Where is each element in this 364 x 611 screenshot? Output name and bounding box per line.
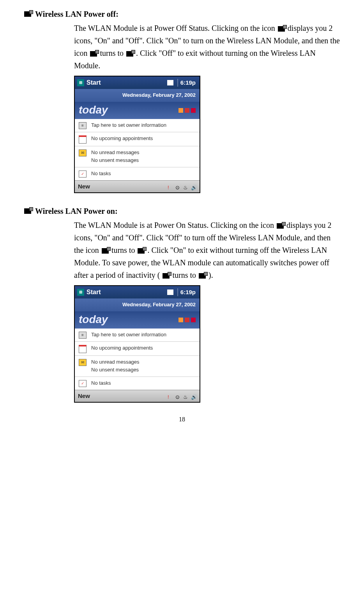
bottom-icons: ! ⊙ ♨ 🔊 <box>168 184 196 189</box>
messages-item[interactable]: ✉ No unread messages No unsent messages <box>75 146 200 168</box>
description-power-off: The WLAN Module is at Power Off Status. … <box>74 22 341 72</box>
sync-icon[interactable]: ⊙ <box>175 393 181 399</box>
speaker-icon[interactable]: 🔊 <box>191 184 196 189</box>
pda-screenshot-1: ⊞ Start 6:19p Wednesday, February 27, 20… <box>74 76 200 193</box>
calendar-icon <box>79 135 87 144</box>
mail-icon: ✉ <box>79 359 87 366</box>
tasks-item[interactable]: ✓ No tasks <box>75 377 200 390</box>
speaker-icon[interactable]: 🔊 <box>191 393 196 399</box>
taskbar: ⊞ Start 6:19p <box>75 286 200 298</box>
start-button[interactable]: Start <box>87 78 101 88</box>
owner-info-item[interactable]: ≡ Tap here to set owner information <box>75 119 200 132</box>
owner-icon: ≡ <box>79 122 87 129</box>
clock[interactable]: 6:19p <box>180 288 197 297</box>
date-bar: Wednesday, February 27, 2002 <box>75 298 200 311</box>
today-header: today <box>75 102 200 119</box>
desc-text: ). <box>209 271 213 279</box>
new-button[interactable]: New <box>78 182 90 191</box>
desc-text: turns to <box>111 246 137 254</box>
taskbar: ⊞ Start 6:19p <box>75 76 200 89</box>
item-label: No unread messages No unsent messages <box>91 149 196 165</box>
wlan-off-icon <box>278 26 285 32</box>
color-square <box>191 108 196 113</box>
tasks-item[interactable]: ✓ No tasks <box>75 167 200 180</box>
msg-line: No unsent messages <box>91 366 196 374</box>
item-label: No upcoming appointments <box>91 344 196 352</box>
mail-icon: ✉ <box>79 149 87 156</box>
wlan-off-icon <box>90 51 97 57</box>
today-header: today <box>75 311 200 329</box>
wlan-on-icon <box>102 248 109 254</box>
color-square <box>185 318 189 322</box>
color-squares <box>178 108 196 113</box>
pda-screenshot-2: ⊞ Start 6:19p Wednesday, February 27, 20… <box>74 285 200 403</box>
owner-icon: ≡ <box>79 332 87 339</box>
windows-icon[interactable]: ⊞ <box>77 79 84 86</box>
item-label: Tap here to set owner information <box>91 331 196 339</box>
tray-wlan-icon[interactable] <box>167 80 173 85</box>
wlan-on-icon <box>24 208 31 214</box>
item-label: No upcoming appointments <box>91 135 196 143</box>
msg-line: No unsent messages <box>91 156 196 165</box>
new-button[interactable]: New <box>78 391 90 401</box>
today-logo: today <box>79 101 108 119</box>
msg-line: No unread messages <box>91 358 196 366</box>
page-number: 18 <box>23 414 341 425</box>
color-square <box>178 108 183 113</box>
appointments-item[interactable]: No upcoming appointments <box>75 342 200 356</box>
alert-icon[interactable]: ! <box>168 393 173 399</box>
wlan-on-icon <box>277 223 284 229</box>
bottom-bar: New ! ⊙ ♨ 🔊 <box>75 180 200 192</box>
clock[interactable]: 6:19p <box>180 78 197 87</box>
wlan-off-icon <box>24 11 31 17</box>
today-logo: today <box>79 311 108 329</box>
tasks-icon: ✓ <box>79 171 87 178</box>
connection-icon[interactable]: ♨ <box>183 184 189 189</box>
wlan-off-icon <box>199 273 206 279</box>
wlan-on-icon <box>163 273 170 279</box>
description-power-on: The WLAN Module is at Power On Status. C… <box>74 219 341 281</box>
desc-text: The WLAN Module is at Power Off Status. … <box>74 24 277 32</box>
bottom-bar: New ! ⊙ ♨ 🔊 <box>75 390 200 402</box>
sync-icon[interactable]: ⊙ <box>175 184 181 189</box>
desc-text: turns to <box>172 271 198 279</box>
alert-icon[interactable]: ! <box>168 184 173 189</box>
section-header-power-off: Wireless LAN Power off: <box>23 8 341 20</box>
item-label: No tasks <box>91 379 196 387</box>
desc-text: The WLAN Module is at Power On Status. C… <box>74 221 276 229</box>
item-label: Tap here to set owner information <box>91 121 196 130</box>
color-squares <box>178 318 196 322</box>
section-header-power-on: Wireless LAN Power on: <box>23 205 341 217</box>
tray-wlan-icon[interactable] <box>167 290 173 295</box>
calendar-icon <box>79 345 87 353</box>
section-title: Wireless LAN Power on: <box>35 205 118 217</box>
color-square <box>178 318 183 322</box>
item-label: No unread messages No unsent messages <box>91 358 196 375</box>
wlan-off-icon <box>138 248 145 254</box>
tasks-icon: ✓ <box>79 380 87 387</box>
connection-icon[interactable]: ♨ <box>183 393 189 399</box>
windows-icon[interactable]: ⊞ <box>77 289 84 296</box>
owner-info-item[interactable]: ≡ Tap here to set owner information <box>75 329 200 342</box>
msg-line: No unread messages <box>91 149 196 157</box>
messages-item[interactable]: ✉ No unread messages No unsent messages <box>75 356 200 377</box>
bottom-icons: ! ⊙ ♨ 🔊 <box>168 393 196 399</box>
color-square <box>191 318 196 322</box>
desc-text: turns to <box>100 49 125 57</box>
item-label: No tasks <box>91 170 196 178</box>
appointments-item[interactable]: No upcoming appointments <box>75 132 200 146</box>
color-square <box>185 108 189 113</box>
wlan-on-icon <box>126 51 133 57</box>
date-bar: Wednesday, February 27, 2002 <box>75 89 200 102</box>
start-button[interactable]: Start <box>87 287 101 297</box>
section-title: Wireless LAN Power off: <box>35 8 118 20</box>
